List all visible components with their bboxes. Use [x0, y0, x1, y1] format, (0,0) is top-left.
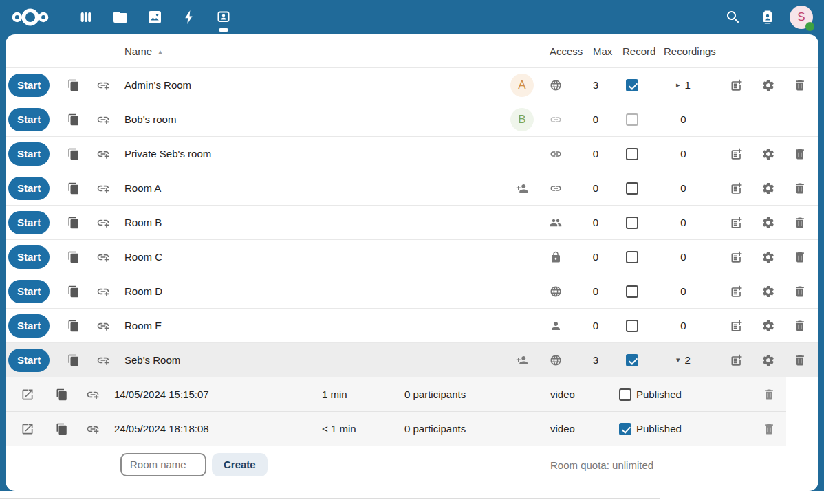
recordings-count-cell[interactable]: 0 [646, 148, 721, 160]
app-dashboard[interactable] [69, 0, 103, 34]
record-checkbox[interactable] [626, 285, 638, 298]
delete-room-button[interactable] [793, 285, 807, 298]
copy-room-link-button[interactable] [67, 79, 80, 91]
recordings-count-cell[interactable]: ▾2 [646, 354, 721, 366]
add-room-link-button[interactable] [96, 147, 110, 161]
edit-room-button[interactable] [730, 250, 744, 264]
delete-recording-button[interactable] [762, 388, 776, 402]
start-room-button[interactable]: Start [8, 349, 50, 372]
room-settings-button[interactable] [761, 250, 775, 264]
room-settings-button[interactable] [761, 78, 775, 92]
room-settings-button[interactable] [761, 319, 775, 333]
delete-room-button[interactable] [793, 319, 807, 333]
share-recording-link-button[interactable] [86, 422, 100, 436]
copy-room-link-button[interactable] [67, 182, 80, 195]
recordings-count-cell[interactable]: 0 [646, 320, 721, 331]
column-header-record[interactable]: Record [622, 34, 655, 68]
column-header-recordings[interactable]: Recordings [664, 34, 716, 68]
add-room-link-button[interactable] [96, 182, 110, 195]
add-room-link-button[interactable] [96, 113, 110, 127]
record-checkbox[interactable] [626, 113, 638, 126]
delete-room-button[interactable] [793, 216, 807, 230]
app-photos[interactable] [138, 0, 172, 34]
copy-room-link-button[interactable] [67, 217, 80, 229]
room-name[interactable]: Room D [118, 285, 506, 297]
room-name[interactable]: Room A [118, 182, 506, 194]
room-name[interactable]: Private Seb's room [118, 148, 506, 160]
room-name[interactable]: Room E [118, 320, 506, 331]
copy-room-link-button[interactable] [67, 251, 80, 263]
add-room-link-button[interactable] [96, 319, 110, 333]
expand-recordings-icon[interactable]: ▸ [676, 80, 680, 89]
start-room-button[interactable]: Start [8, 74, 50, 97]
copy-room-link-button[interactable] [67, 285, 80, 298]
delete-recording-button[interactable] [762, 422, 776, 436]
share-recording-link-button[interactable] [86, 388, 100, 402]
column-header-name[interactable]: Name▲ [124, 34, 164, 69]
copy-room-link-button[interactable] [67, 148, 80, 160]
edit-room-button[interactable] [730, 285, 744, 298]
room-name-input[interactable] [120, 453, 206, 476]
record-checkbox[interactable] [626, 217, 638, 229]
delete-room-button[interactable] [793, 353, 807, 367]
record-checkbox[interactable] [626, 251, 638, 263]
copy-recording-link-button[interactable] [56, 423, 68, 435]
add-room-link-button[interactable] [96, 78, 110, 92]
edit-room-button[interactable] [730, 216, 744, 230]
room-settings-button[interactable] [761, 147, 775, 161]
recordings-count-cell[interactable]: 0 [646, 251, 721, 263]
room-name[interactable]: Room C [118, 251, 506, 263]
edit-room-button[interactable] [730, 78, 744, 92]
column-header-max[interactable]: Max [593, 34, 612, 68]
user-avatar[interactable]: S [790, 6, 813, 29]
record-checkbox[interactable] [626, 354, 638, 366]
app-files[interactable] [103, 0, 138, 34]
copy-room-link-button[interactable] [67, 113, 80, 126]
published-checkbox[interactable] [619, 423, 631, 435]
delete-room-button[interactable] [793, 250, 807, 264]
room-settings-button[interactable] [761, 216, 775, 230]
copy-room-link-button[interactable] [67, 320, 80, 332]
recordings-count-cell[interactable]: 0 [646, 285, 721, 297]
start-room-button[interactable]: Start [8, 245, 50, 269]
record-checkbox[interactable] [626, 79, 638, 91]
delete-room-button[interactable] [793, 182, 807, 195]
room-settings-button[interactable] [761, 285, 775, 298]
edit-room-button[interactable] [730, 182, 744, 195]
column-header-access[interactable]: Access [550, 34, 583, 68]
room-settings-button[interactable] [761, 353, 775, 367]
delete-room-button[interactable] [793, 147, 807, 161]
add-room-link-button[interactable] [96, 216, 110, 230]
published-checkbox[interactable] [619, 388, 631, 401]
copy-room-link-button[interactable] [67, 354, 80, 366]
start-room-button[interactable]: Start [8, 211, 50, 234]
add-room-link-button[interactable] [96, 285, 110, 298]
edit-room-button[interactable] [730, 319, 744, 333]
add-room-link-button[interactable] [96, 250, 110, 264]
edit-room-button[interactable] [730, 147, 744, 161]
contacts-button[interactable] [755, 5, 780, 30]
collapse-recordings-icon[interactable]: ▾ [676, 355, 680, 364]
start-room-button[interactable]: Start [8, 177, 50, 200]
recordings-count-cell[interactable]: 0 [646, 217, 721, 228]
recordings-count-cell[interactable]: ▸1 [646, 79, 721, 91]
recordings-count-cell[interactable]: 0 [646, 113, 721, 125]
room-name[interactable]: Room B [118, 217, 506, 228]
delete-room-button[interactable] [793, 78, 807, 92]
record-checkbox[interactable] [626, 148, 638, 160]
recordings-count-cell[interactable]: 0 [646, 182, 721, 194]
open-recording-button[interactable] [21, 422, 34, 436]
room-settings-button[interactable] [761, 182, 775, 195]
record-checkbox[interactable] [626, 182, 638, 195]
app-activity[interactable] [172, 0, 206, 34]
start-room-button[interactable]: Start [8, 108, 50, 131]
copy-recording-link-button[interactable] [56, 388, 68, 401]
add-room-link-button[interactable] [96, 353, 110, 367]
record-checkbox[interactable] [626, 320, 638, 332]
create-room-button[interactable]: Create [212, 453, 268, 476]
start-room-button[interactable]: Start [8, 314, 50, 338]
start-room-button[interactable]: Start [8, 142, 50, 166]
edit-room-button[interactable] [730, 353, 744, 367]
app-rooms[interactable] [206, 0, 241, 34]
room-name[interactable]: Seb's Room [118, 354, 506, 366]
